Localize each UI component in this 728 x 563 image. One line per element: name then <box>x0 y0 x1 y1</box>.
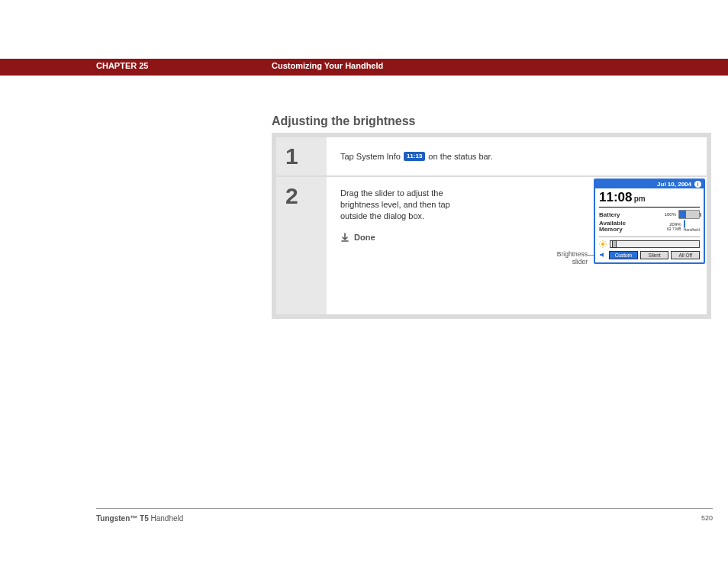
battery-label: Battery <box>599 211 620 218</box>
brightness-slider-callout: Brightness slider <box>557 250 588 265</box>
brightness-slider-row <box>599 236 700 248</box>
system-info-badge[interactable]: 11:13 <box>404 152 425 161</box>
step-1-text-post: on the status bar. <box>428 152 492 161</box>
svg-line-5 <box>601 241 601 242</box>
svg-line-8 <box>601 246 601 246</box>
sound-alloff-button[interactable]: All Off <box>671 251 700 259</box>
step-1-text-pre: Tap System Info <box>340 152 401 161</box>
battery-pct: 100% <box>665 212 676 217</box>
footer-product: Tungsten™ T5 Handheld <box>96 514 183 523</box>
device-statusbar: Jul 10, 2004 i <box>595 180 704 188</box>
device-body: 11:08 pm Battery 100% Available Memory <box>595 188 704 262</box>
brightness-slider[interactable] <box>610 240 700 248</box>
device-date: Jul 10, 2004 <box>657 181 691 188</box>
memory-pct: 209% <box>667 222 681 227</box>
step-1-number: 1 <box>276 137 327 175</box>
footer-product-bold: Tungsten™ T5 <box>96 514 149 523</box>
chapter-label: CHAPTER 25 <box>96 61 148 70</box>
device-time-row: 11:08 pm <box>599 190 700 205</box>
sound-custom-button[interactable]: Custom <box>609 251 638 259</box>
speaker-icon <box>599 251 607 259</box>
memory-size: 62.7 MB <box>667 227 681 231</box>
step-1-body: Tap System Info 11:13 on the status bar. <box>327 137 707 175</box>
section-heading: Adjusting the brightness <box>272 114 415 128</box>
memory-label: Available Memory <box>599 220 626 233</box>
svg-line-7 <box>605 241 606 242</box>
info-icon[interactable]: i <box>694 181 701 188</box>
done-row: Done <box>340 233 478 242</box>
footer-page-number: 520 <box>701 514 713 522</box>
device-divider <box>599 207 700 208</box>
device-screenshot: Jul 10, 2004 i 11:08 pm Battery 100% <box>594 179 705 264</box>
chapter-title: Customizing Your Handheld <box>272 61 383 70</box>
sound-profile-row: Custom Silent All Off <box>599 251 700 259</box>
svg-point-0 <box>601 243 604 246</box>
step-2-body: Drag the slider to adjust the brightness… <box>327 177 707 314</box>
brightness-slider-thumb[interactable] <box>612 240 617 248</box>
sound-silent-button[interactable]: Silent <box>640 251 669 259</box>
svg-line-6 <box>605 246 606 246</box>
battery-row: Battery 100% <box>599 210 700 219</box>
step-2-text-col: Drag the slider to adjust the brightness… <box>340 188 478 304</box>
step-2-row: 2 Drag the slider to adjust the brightne… <box>276 175 707 314</box>
memory-row: Available Memory 209% 62.7 MB Handheld <box>599 220 700 233</box>
step-2-number: 2 <box>276 177 327 314</box>
footer-product-rest: Handheld <box>149 514 184 523</box>
memory-sublabel: Handheld <box>684 227 700 232</box>
footer-rule <box>96 508 713 509</box>
memory-icon <box>684 220 685 228</box>
header-bar: CHAPTER 25 Customizing Your Handheld <box>0 59 728 76</box>
step-1-row: 1 Tap System Info 11:13 on the status ba… <box>276 137 707 175</box>
device-time: 11:08 <box>599 190 632 204</box>
step-2-instruction: Drag the slider to adjust the brightness… <box>340 188 478 222</box>
done-label: Done <box>354 233 375 242</box>
battery-icon <box>678 210 700 219</box>
steps-block: 1 Tap System Info 11:13 on the status ba… <box>272 133 711 319</box>
sun-icon <box>599 240 607 248</box>
done-arrow-icon <box>340 233 350 242</box>
device-ampm: pm <box>634 195 646 203</box>
